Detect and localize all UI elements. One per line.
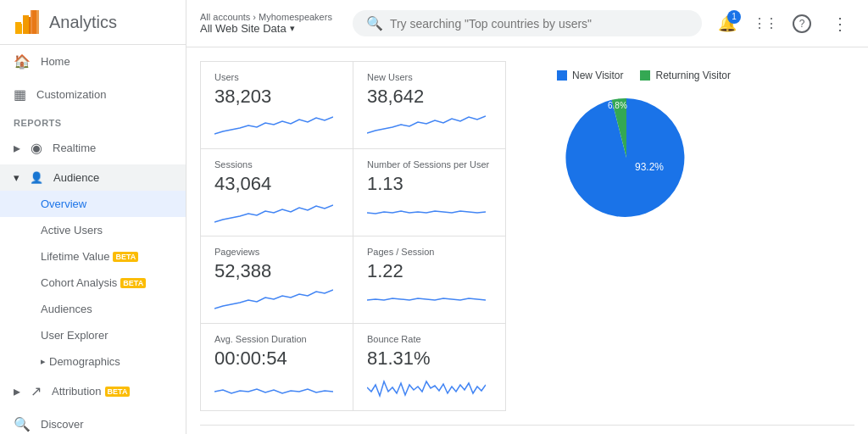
sidebar-item-cohort-analysis[interactable]: Cohort Analysis BETA: [0, 270, 186, 296]
chart-legend: New Visitor Returning Visitor: [557, 70, 731, 81]
sidebar-item-attribution[interactable]: ▸ ↗ Attribution BETA: [0, 375, 186, 408]
mini-chart-asd: [214, 375, 339, 400]
mini-chart-bounce: [367, 375, 492, 400]
metric-label-4: Pageviews: [214, 247, 339, 257]
metric-value-4: 52,388: [214, 260, 339, 282]
new-visitor-legend-icon: [557, 70, 567, 81]
breadcrumb-bottom[interactable]: All Web Site Data ▾: [200, 22, 295, 35]
audience-label: Audience: [53, 171, 99, 184]
sidebar-item-customization[interactable]: ▦ Customization: [0, 78, 186, 111]
more-button[interactable]: ⋮: [824, 8, 854, 39]
grid-icon: ⋮⋮: [753, 15, 776, 31]
metric-value-7: 81.31%: [367, 348, 492, 370]
mini-chart-svg-users: [214, 113, 333, 138]
returning-visitor-legend-icon: [640, 70, 650, 81]
pie-label-new: 93.2%: [635, 161, 664, 173]
metric-card-sessions: Sessions 43,064: [201, 149, 353, 236]
metric-label-0: Users: [214, 72, 339, 82]
metric-label-1: New Users: [367, 72, 492, 82]
svg-rect-6: [557, 70, 567, 81]
sidebar-item-active-users[interactable]: Active Users: [0, 217, 186, 243]
sidebar-item-lifetime-value[interactable]: Lifetime Value BETA: [0, 243, 186, 270]
mini-chart-svg-asd: [214, 375, 333, 400]
metric-card-users: Users 38,203: [201, 62, 353, 149]
mini-chart-svg-spu: [367, 200, 486, 225]
home-label: Home: [41, 55, 70, 68]
app-name: Analytics: [49, 13, 117, 32]
audience-collapse-icon: ▾: [14, 171, 19, 184]
customization-label: Customization: [36, 88, 106, 101]
mini-chart-pps: [367, 287, 492, 313]
legend-new-visitor: New Visitor: [557, 70, 623, 81]
metrics-grid: Users 38,203 New Users 38,642: [200, 61, 506, 411]
content-area: Users 38,203 New Users 38,642: [186, 47, 868, 434]
notification-badge: 1: [727, 10, 741, 24]
sidebar-item-audiences[interactable]: Audiences: [0, 296, 186, 322]
realtime-expand-icon: ▸: [14, 140, 20, 156]
overview-label: Overview: [41, 198, 86, 210]
cohort-analysis-beta-badge: BETA: [120, 278, 146, 288]
svg-rect-3: [15, 22, 21, 34]
search-input[interactable]: [390, 17, 688, 31]
metric-card-pageviews: Pageviews 52,388: [201, 236, 353, 324]
lifetime-value-label: Lifetime Value: [41, 250, 109, 263]
metric-label-2: Sessions: [214, 159, 339, 170]
attribution-beta-badge: BETA: [105, 387, 131, 397]
mini-chart-svg-bounce: [367, 375, 486, 400]
mini-chart-svg-pageviews: [214, 287, 333, 313]
sidebar: Analytics 🏠 Home ▦ Customization REPORTS…: [0, 0, 186, 434]
svg-rect-4: [23, 15, 29, 34]
pie-label-returning: 6.8%: [608, 101, 627, 110]
grid-button[interactable]: ⋮⋮: [749, 8, 780, 39]
metric-value-0: 38,203: [214, 86, 339, 108]
help-icon: ?: [793, 14, 811, 33]
help-button[interactable]: ?: [787, 8, 817, 39]
mini-chart-svg-new-users: [367, 113, 486, 138]
audiences-label: Audiences: [41, 303, 92, 315]
attribution-label: Attribution: [52, 385, 102, 398]
legend-returning-visitor-label: Returning Visitor: [655, 70, 731, 81]
realtime-icon: ◉: [31, 140, 42, 156]
sidebar-item-home[interactable]: 🏠 Home: [0, 45, 186, 78]
sidebar-item-realtime[interactable]: ▸ ◉ Realtime: [0, 131, 186, 164]
svg-rect-7: [640, 70, 650, 81]
analytics-logo-icon: [14, 8, 41, 36]
metric-value-5: 1.22: [367, 260, 492, 282]
reports-section-label: REPORTS: [0, 111, 186, 131]
svg-rect-5: [31, 10, 36, 34]
metric-label-6: Avg. Session Duration: [214, 334, 339, 344]
sidebar-item-overview[interactable]: Overview: [0, 191, 186, 217]
breadcrumb-dropdown-icon: ▾: [290, 23, 295, 34]
mini-chart-sessions-per-user: [367, 200, 492, 225]
metric-label-7: Bounce Rate: [367, 334, 492, 344]
chart-area: New Visitor Returning Visitor: [506, 61, 748, 234]
attribution-icon: ↗: [31, 383, 42, 399]
mini-chart-svg-pps: [367, 287, 486, 313]
breadcrumb-title: All Web Site Data: [200, 22, 287, 35]
sidebar-item-discover[interactable]: 🔍 Discover: [0, 408, 186, 434]
discover-label: Discover: [41, 418, 84, 431]
notification-button[interactable]: 🔔 1: [712, 8, 743, 39]
customization-icon: ▦: [14, 86, 26, 103]
main-area: All accounts › Myhomespeakers All Web Si…: [186, 0, 868, 434]
topbar-actions: 🔔 1 ⋮⋮ ? ⋮: [712, 8, 854, 39]
topbar: All accounts › Myhomespeakers All Web Si…: [186, 0, 868, 47]
mini-chart-sessions: [214, 200, 339, 225]
mini-chart-new-users: [367, 113, 492, 138]
breadcrumb: All accounts › Myhomespeakers All Web Si…: [200, 12, 332, 35]
audience-icon: 👤: [30, 171, 43, 184]
mini-chart-users: [214, 113, 339, 138]
demographics-expand-icon: ▸: [41, 356, 46, 367]
logo-area: Analytics: [0, 0, 186, 45]
search-bar[interactable]: 🔍: [353, 10, 702, 36]
top-section: Users 38,203 New Users 38,642: [200, 61, 854, 411]
pie-chart-svg: 93.2% 6.8%: [550, 90, 703, 225]
home-icon: 🏠: [14, 53, 31, 70]
sidebar-item-audience[interactable]: ▾ 👤 Audience: [0, 164, 186, 191]
metric-card-avg-session-duration: Avg. Session Duration 00:00:54: [201, 324, 353, 411]
metric-label-5: Pages / Session: [367, 247, 492, 257]
metric-value-6: 00:00:54: [214, 348, 339, 370]
sidebar-item-user-explorer[interactable]: User Explorer: [0, 322, 186, 348]
mini-chart-pageviews: [214, 287, 339, 313]
sidebar-item-demographics[interactable]: ▸ Demographics: [0, 348, 186, 375]
